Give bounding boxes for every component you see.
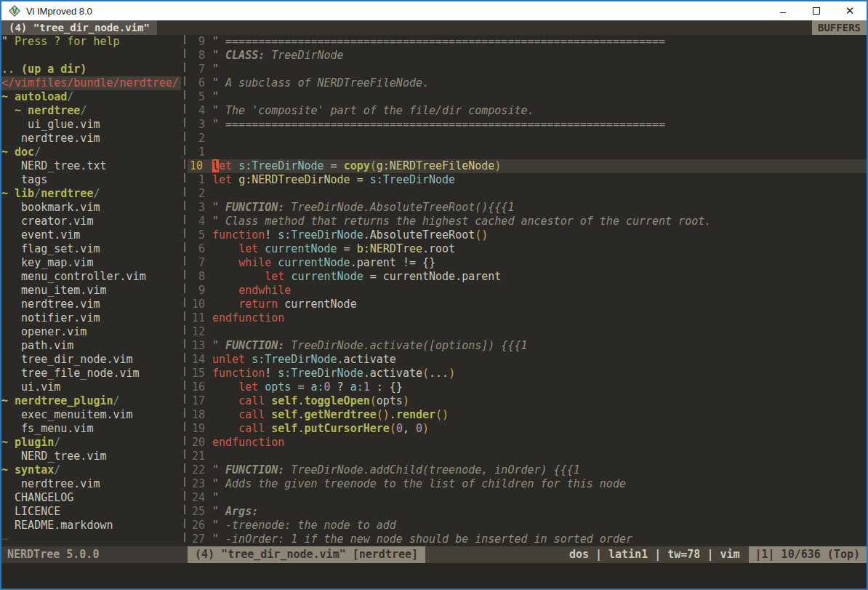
code-line[interactable]: 14unlet s:TreeDirNode.activate: [188, 353, 867, 367]
tree-item[interactable]: LICENCE: [1, 505, 181, 519]
tree-item[interactable]: CHANGELOG: [1, 491, 181, 505]
code-line[interactable]: 24": [188, 491, 867, 505]
tree-item[interactable]: opener.vim: [1, 325, 181, 339]
code-line[interactable]: 11endfunction: [188, 311, 867, 325]
line-number: 3: [190, 118, 205, 132]
tree-item[interactable]: path.vim: [1, 339, 181, 353]
tree-item[interactable]: notifier.vim: [1, 311, 181, 325]
code-line[interactable]: 6" A subclass of NERDTreeFileNode.: [188, 76, 867, 90]
tree-item[interactable]: key_map.vim: [1, 256, 181, 270]
status-separator: |: [589, 546, 608, 563]
tab-tree-dir-node[interactable]: (4) "tree_dir_node.vim": [1, 20, 157, 35]
code-line[interactable]: 2: [188, 187, 867, 201]
maximize-button[interactable]: [800, 1, 833, 20]
tree-item[interactable]: tree_file_node.vim: [1, 367, 181, 380]
code-line[interactable]: 5": [188, 90, 867, 104]
code-line[interactable]: 3" FUNCTION: TreeDirNode.AbsoluteTreeRoo…: [188, 201, 867, 215]
code-line[interactable]: 2: [188, 132, 867, 145]
nerdtree-panel: " Press ? for help.. (up a dir)</vimfile…: [1, 35, 181, 546]
code-text: " FUNCTION: TreeDirNode.activate([option…: [212, 339, 527, 353]
code-line[interactable]: 1let g:NERDTreeDirNode = s:TreeDirNode: [188, 173, 867, 187]
code-line[interactable]: 23" Adds the given treenode to the list …: [188, 477, 867, 491]
code-line[interactable]: 3" =====================================…: [188, 118, 867, 132]
tree-item[interactable]: nerdtree.vim: [1, 298, 181, 311]
line-number: 9: [190, 35, 205, 49]
tree-item[interactable]: menu_controller.vim: [1, 270, 181, 284]
code-line[interactable]: 15function! s:TreeDirNode.activate(...): [188, 367, 867, 380]
tree-item[interactable]: .. (up a dir): [1, 63, 181, 76]
tree-item[interactable]: </vimfiles/bundle/nerdtree/: [1, 76, 181, 90]
code-line[interactable]: 12: [188, 325, 867, 339]
code-text: " CLASS: TreeDirNode: [212, 49, 344, 63]
tree-item[interactable]: [1, 49, 181, 63]
line-number: 7: [190, 63, 205, 76]
tree-item[interactable]: ~ plugin/: [1, 436, 181, 450]
tree-item[interactable]: flag_set.vim: [1, 242, 181, 256]
tree-item[interactable]: ~ autoload/: [1, 90, 181, 104]
tree-item[interactable]: ~ syntax/: [1, 463, 181, 477]
status-flags: dos|latin1|tw=78|vim: [569, 546, 740, 563]
code-line[interactable]: 4" Class method that returns the highest…: [188, 215, 867, 228]
code-line[interactable]: 6 let currentNode = b:NERDTree.root: [188, 242, 867, 256]
code-text: " FUNCTION: TreeDirNode.AbsoluteTreeRoot…: [212, 201, 514, 215]
code-line[interactable]: 17 call self.toggleOpen(opts): [188, 394, 867, 408]
line-number: 8: [190, 270, 205, 284]
tree-item[interactable]: tree_dir_node.vim: [1, 353, 181, 367]
tree-item[interactable]: NERD_tree.txt: [1, 159, 181, 173]
tree-item[interactable]: ~ lib/nerdtree/: [1, 187, 181, 201]
tree-item[interactable]: ui_glue.vim: [1, 118, 181, 132]
code-text: unlet s:TreeDirNode.activate: [212, 353, 396, 367]
window-controls: – ✕: [766, 1, 867, 20]
line-number: 8: [190, 49, 205, 63]
code-line[interactable]: 27" -inOrder: 1 if the new node should b…: [188, 533, 867, 546]
close-button[interactable]: ✕: [833, 1, 867, 20]
tree-item[interactable]: ~ nerdtree/: [1, 104, 181, 118]
code-line[interactable]: 20endfunction: [188, 436, 867, 450]
window-separator[interactable]: [181, 35, 188, 546]
tree-item[interactable]: ~ nerdtree_plugin/: [1, 394, 181, 408]
tree-item[interactable]: " Press ? for help: [1, 35, 181, 49]
tree-item[interactable]: NERD_tree.vim: [1, 450, 181, 463]
code-line[interactable]: 21: [188, 450, 867, 463]
code-line[interactable]: 7 while currentNode.parent != {}: [188, 256, 867, 270]
buffers-tab[interactable]: BUFFERS: [812, 20, 867, 35]
tree-item[interactable]: nerdtree.vim: [1, 132, 181, 145]
code-line[interactable]: 9 endwhile: [188, 284, 867, 298]
tree-item[interactable]: ui.vim: [1, 380, 181, 394]
code-line[interactable]: 19 call self.putCursorHere(0, 0): [188, 422, 867, 436]
tree-item[interactable]: bookmark.vim: [1, 201, 181, 215]
editor-panel[interactable]: 9" =====================================…: [188, 35, 867, 546]
code-line[interactable]: 4" The 'composite' part of the file/dir …: [188, 104, 867, 118]
minimize-button[interactable]: –: [766, 1, 800, 20]
command-line[interactable]: [1, 563, 867, 589]
tree-item[interactable]: ~ doc/: [1, 145, 181, 159]
code-line[interactable]: 7": [188, 63, 867, 76]
code-line[interactable]: 9" =====================================…: [188, 35, 867, 49]
line-number: 17: [190, 394, 205, 408]
code-line[interactable]: 25" Args:: [188, 505, 867, 519]
code-line[interactable]: 1: [188, 145, 867, 159]
code-text: return currentNode: [212, 298, 357, 311]
code-text: ": [212, 63, 219, 76]
tree-item[interactable]: fs_menu.vim: [1, 422, 181, 436]
code-line[interactable]: 16 let opts = a:0 ? a:1 : {}: [188, 380, 867, 394]
tree-item[interactable]: README.markdown: [1, 519, 181, 533]
code-line[interactable]: 8 let currentNode = currentNode.parent: [188, 270, 867, 284]
tree-item[interactable]: menu_item.vim: [1, 284, 181, 298]
tree-item[interactable]: event.vim: [1, 228, 181, 242]
code-line[interactable]: 8" CLASS: TreeDirNode: [188, 49, 867, 63]
line-number: 23: [190, 477, 205, 491]
code-line[interactable]: 26" -treenode: the node to add: [188, 519, 867, 533]
code-line[interactable]: 10 return currentNode: [188, 298, 867, 311]
tree-item[interactable]: nerdtree.vim: [1, 477, 181, 491]
tree-item[interactable]: tags: [1, 173, 181, 187]
tree-item[interactable]: creator.vim: [1, 215, 181, 228]
code-text: call self.toggleOpen(opts): [212, 394, 409, 408]
tree-item[interactable]: ~: [1, 533, 181, 546]
code-line[interactable]: 22" FUNCTION: TreeDirNode.addChild(treen…: [188, 463, 867, 477]
code-line[interactable]: 5function! s:TreeDirNode.AbsoluteTreeRoo…: [188, 228, 867, 242]
tree-item[interactable]: exec_menuitem.vim: [1, 408, 181, 422]
code-line[interactable]: 18 call self.getNerdtree().render(): [188, 408, 867, 422]
code-line[interactable]: 13" FUNCTION: TreeDirNode.activate([opti…: [188, 339, 867, 353]
code-line-current[interactable]: 10let s:TreeDirNode = copy(g:NERDTreeFil…: [188, 159, 867, 173]
